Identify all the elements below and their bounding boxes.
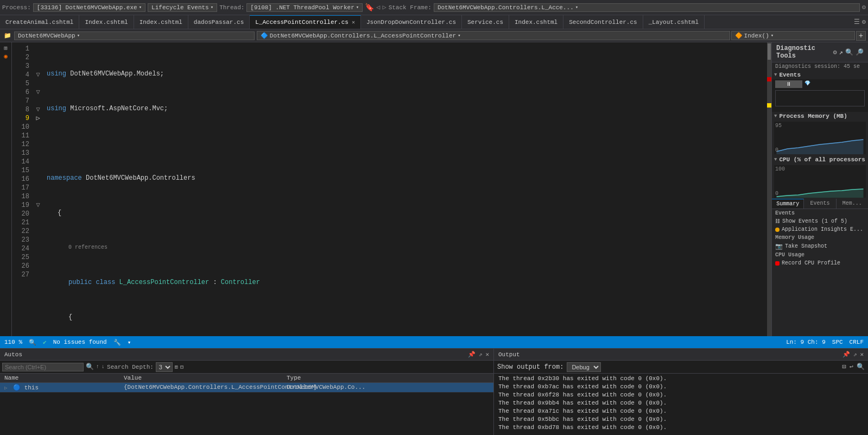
diag-record-cpu[interactable]: Record CPU Profile <box>772 259 868 267</box>
sort-asc-icon[interactable]: ↑ <box>96 364 99 370</box>
sort-desc-icon[interactable]: ↓ <box>102 364 105 370</box>
diagnostic-session-info: Diagnostics session: 45 se <box>772 62 868 71</box>
settings-icon[interactable]: ⚙ <box>862 3 866 11</box>
camera-icon: 📷 <box>775 243 783 250</box>
search-depth-select[interactable]: 31245 <box>156 362 173 372</box>
lifecycle-events-label: Lifecycle Events <box>151 4 209 11</box>
line-num-17: 17 <box>12 184 29 192</box>
diag-show-events[interactable]: ⛓ Show Events (1 of 5) <box>772 217 868 225</box>
tab-secondcontroller[interactable]: SecondController.cs <box>563 15 643 29</box>
cpu-section-header[interactable]: ▼ CPU (% of all processors <box>772 155 868 164</box>
output-title: Output <box>498 351 520 358</box>
cpu-chart: 100 0 <box>774 165 866 198</box>
diag-memory-usage-header: Memory Usage <box>772 234 868 242</box>
svg-marker-1 <box>777 189 864 198</box>
events-section-header[interactable]: ▼ Events <box>772 71 868 79</box>
code-editor[interactable]: using DotNet6MVCWebApp.Models; using Mic… <box>42 42 767 336</box>
stack-frame-selector[interactable]: DotNet6MVCWebApp.Controllers.L_Acce... ▾ <box>434 3 860 12</box>
diagnostic-tools-panel: Diagnostic Tools ⚙ ↗ 🔍 🔎 Diagnostics ses… <box>771 42 868 336</box>
app-insights-label: Application Insights E... <box>782 226 863 232</box>
collapse-all-icon[interactable]: ⊟ <box>180 364 183 370</box>
autos-row-this[interactable]: ▷ 🔵 this {DotNet6MVCWebApp.Controllers.L… <box>0 383 493 393</box>
gutter-icon1: ⊞ <box>4 45 8 52</box>
svg-marker-0 <box>777 140 864 154</box>
tab-service[interactable]: Service.cs <box>462 15 509 29</box>
this-obj-icon: 🔵 <box>13 384 21 391</box>
memory-section-header[interactable]: ▼ Process Memory (MB) <box>772 112 868 121</box>
tab-dadospassar[interactable]: dadosPassar.cs <box>188 15 250 29</box>
diag-tab-summary[interactable]: Summary <box>772 199 804 209</box>
namespace-icon: 🔷 <box>261 32 268 39</box>
method-icon: 🔶 <box>735 32 743 39</box>
prev-frame-icon[interactable]: ◁ <box>376 3 380 11</box>
output-line-6: The thread 0x5bbc has exited with code 0… <box>498 415 864 424</box>
diag-tabs: Summary Events Mem... <box>772 199 868 209</box>
diagnostic-tools-title: Diagnostic Tools <box>776 45 833 60</box>
project-selector[interactable]: DotNet6MVCWebApp ▾ <box>14 31 255 40</box>
output-float-icon[interactable]: ⇗ <box>853 351 857 358</box>
method-name: Index() <box>744 33 769 39</box>
diag-tab-mem[interactable]: Mem... <box>837 199 868 209</box>
output-close-icon[interactable]: ✕ <box>860 351 864 358</box>
line-num-6: 6 <box>12 88 29 97</box>
memory-collapse-arrow: ▼ <box>774 114 777 119</box>
tab-index3[interactable]: Index.cshtml <box>509 15 563 29</box>
output-source-select[interactable]: Debug <box>567 362 601 372</box>
autos-close-icon[interactable]: ✕ <box>485 351 489 358</box>
namespace-dropdown-arrow: ▾ <box>458 33 460 39</box>
tab-createanimal[interactable]: CreateAnimal.cshtml <box>0 15 79 29</box>
next-frame-icon[interactable]: ▷ <box>382 3 386 11</box>
tab-index2[interactable]: Index.cshtml <box>134 15 188 29</box>
diag-export-icon[interactable]: ↗ <box>839 48 843 56</box>
collapse-4[interactable]: ▽ <box>36 71 40 79</box>
pause-button[interactable]: ⏸ <box>775 80 802 88</box>
tab-accesspoint[interactable]: L_AccessPointController.cs ✕ <box>250 15 361 29</box>
autos-pin-icon[interactable]: 📌 <box>468 351 476 358</box>
add-location-button[interactable]: + <box>856 31 866 41</box>
tabs-filter-icon[interactable]: ☰ <box>854 18 860 26</box>
method-selector[interactable]: 🔶 Index() ▾ <box>731 31 855 40</box>
expand-this-arrow[interactable]: ▷ <box>4 386 7 391</box>
process-value: [33136] DotNet6MVCWebApp.exe <box>37 4 137 11</box>
scrollbar-thumb[interactable] <box>768 43 771 60</box>
collapse-8[interactable]: ▽ <box>36 105 40 114</box>
editor-scrollbar[interactable] <box>767 42 771 336</box>
line-num-7: 7 <box>12 97 29 105</box>
output-panel: Output 📌 ⇗ ✕ Show output from: Debug ⊟ ↩… <box>494 349 868 435</box>
diag-settings-icon[interactable]: ⚙ <box>833 48 837 56</box>
collapse-19[interactable]: ▽ <box>36 201 40 210</box>
autos-float-icon[interactable]: ⇗ <box>479 351 483 358</box>
output-wrap-icon[interactable]: ↩ <box>850 363 853 371</box>
diag-zoom-out-icon[interactable]: 🔎 <box>856 48 864 56</box>
tab-jsondropdown[interactable]: JsonDropDownController.cs <box>361 15 462 29</box>
diag-zoom-in-icon[interactable]: 🔍 <box>845 48 853 56</box>
tab-index1[interactable]: Index.cshtml <box>79 15 134 29</box>
tab-layout[interactable]: _Layout.cshtml <box>643 15 705 29</box>
gutter-icon2: ◉ <box>4 53 8 60</box>
diag-take-snapshot[interactable]: 📷 Take Snapshot <box>772 242 868 251</box>
lifecycle-events-button[interactable]: Lifecycle Events ▾ <box>148 3 217 12</box>
status-icons: 🔍 <box>29 339 36 346</box>
thread-selector[interactable]: [9108] .NET ThreadPool Worker ▾ <box>246 3 363 12</box>
expand-icon[interactable]: ⊞ <box>175 364 178 370</box>
output-clear-icon[interactable]: ⊟ <box>842 363 846 371</box>
editor-tabs: CreateAnimal.cshtml Index.cshtml Index.c… <box>0 15 868 29</box>
line-num-5: 5 <box>12 79 29 88</box>
issues-label: No issues found <box>53 339 107 345</box>
search-depth-label: Search Depth: <box>107 364 154 370</box>
tab-accesspoint-close[interactable]: ✕ <box>352 19 355 26</box>
output-pin-icon[interactable]: 📌 <box>842 351 850 358</box>
tabs-settings-icon[interactable]: ⚙ <box>862 18 866 26</box>
diag-tab-events[interactable]: Events <box>804 199 836 209</box>
code-line-1: using DotNet6MVCWebApp.Models; <box>47 70 763 78</box>
search-icon[interactable]: 🔍 <box>86 363 94 371</box>
autos-search-input[interactable] <box>2 363 84 371</box>
thread-dropdown-arrow: ▾ <box>356 4 359 10</box>
output-find-icon[interactable]: 🔍 <box>857 363 865 371</box>
collapse-6[interactable]: ▽ <box>36 88 40 97</box>
diag-app-insights[interactable]: Application Insights E... <box>772 225 868 234</box>
events-timeline <box>775 90 865 106</box>
process-selector[interactable]: [33136] DotNet6MVCWebApp.exe ▾ <box>33 3 145 12</box>
tools-arrow: ▾ <box>128 339 131 346</box>
namespace-selector[interactable]: 🔷 DotNet6MVCWebApp.Controllers.L_AccessP… <box>257 31 730 40</box>
